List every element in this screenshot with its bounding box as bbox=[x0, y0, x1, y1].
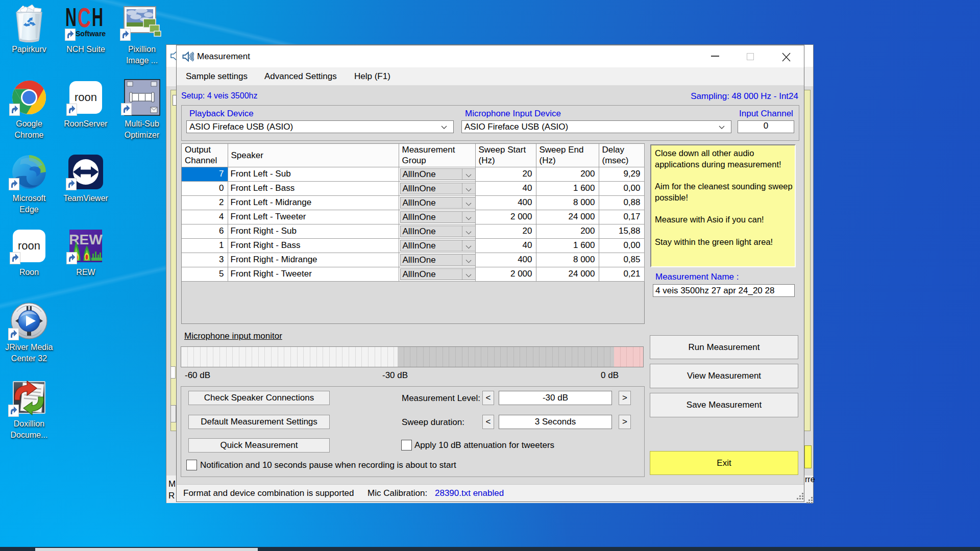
svg-text:H: H bbox=[92, 3, 103, 32]
svg-text:roon: roon bbox=[75, 91, 97, 104]
svg-text:Software: Software bbox=[76, 30, 106, 38]
svg-text:roon: roon bbox=[18, 239, 40, 252]
svg-text:C: C bbox=[78, 3, 91, 33]
svg-text:N: N bbox=[65, 3, 77, 32]
svg-text:REW: REW bbox=[69, 232, 103, 247]
